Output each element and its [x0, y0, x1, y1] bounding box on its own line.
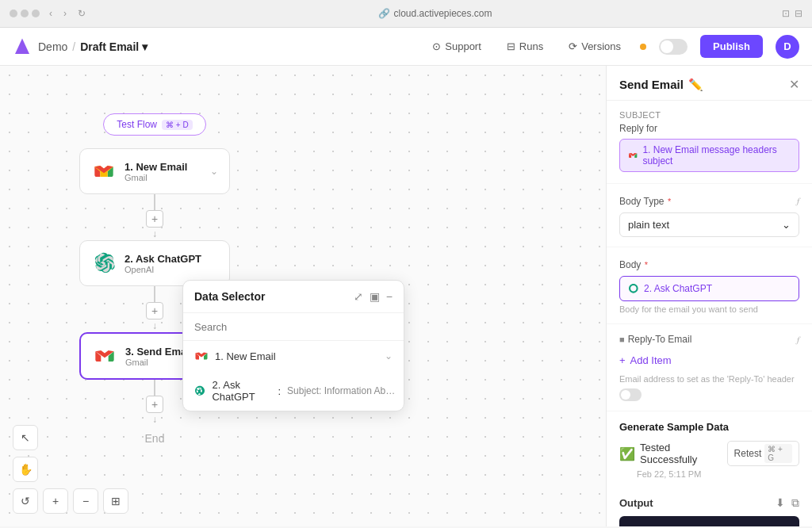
canvas-toolbar: ↖ ✋ ↺ + − ⊞ [13, 425, 128, 514]
node-1-title: 1. New Email [124, 161, 202, 173]
reply-to-toggle[interactable] [619, 388, 642, 401]
download-icon[interactable]: ⬇ [776, 496, 785, 510]
app-header: Demo / Draft Email ▾ ⊙ Support ⊟ Runs ⟳ … [0, 28, 812, 66]
add-item-button[interactable]: + Add Item [619, 350, 799, 371]
node-2-subtitle: OpenAI [124, 265, 218, 274]
gmail-icon-1 [91, 159, 117, 184]
data-selector-title: Data Selector [194, 290, 265, 303]
generate-sample-section: Generate Sample Data ✅ Tested Successful… [607, 411, 812, 488]
body-required: * [645, 260, 648, 270]
item-2-separator: : [278, 385, 281, 397]
browser-dots [10, 10, 40, 17]
refresh-button[interactable]: ↺ [13, 488, 38, 514]
search-input[interactable] [194, 321, 393, 333]
reply-for-row: Reply for [619, 123, 799, 134]
body-type-select[interactable]: plain text ⌄ [619, 212, 799, 237]
output-label: Output [619, 497, 653, 509]
data-selector-search[interactable] [183, 313, 404, 341]
zoom-in-button[interactable]: + [43, 488, 68, 514]
versions-button[interactable]: ⟳ Versions [562, 37, 627, 55]
retest-shortcut: ⌘ + G [764, 444, 792, 463]
publish-button[interactable]: Publish [700, 35, 763, 58]
browser-url-bar[interactable]: 🔗 cloud.activepieces.com [95, 8, 776, 19]
subject-label: Subject [619, 110, 799, 120]
output-actions: ⬇ ⧉ [776, 496, 799, 510]
success-icon: ✅ [619, 446, 635, 461]
right-panel-header: Send Email ✏️ ✕ [607, 66, 812, 101]
fit-button[interactable]: ⊞ [103, 488, 128, 514]
avatar[interactable]: D [776, 35, 799, 59]
connector-arrow-1: ↓ [152, 229, 157, 239]
toggle-icon-small: ■ [619, 335, 625, 344]
connector-line-2 [154, 286, 155, 302]
subject-section: Subject Reply for 1. New Email message h… [607, 101, 812, 184]
add-item-plus-icon: + [619, 354, 626, 366]
zoom-out-button[interactable]: − [73, 488, 98, 514]
add-step-1-button[interactable]: + [146, 210, 163, 228]
hand-tool-button[interactable]: ✋ [13, 457, 38, 482]
connector-line-3 [154, 380, 155, 396]
gmail-icon-ds-1 [194, 349, 209, 363]
breadcrumb-brand[interactable]: Demo [38, 40, 67, 53]
edit-icon[interactable]: ✏️ [688, 78, 703, 92]
browser-dot-2 [21, 10, 29, 17]
breadcrumb-sep: / [72, 40, 75, 53]
retest-button[interactable]: Retest ⌘ + G [727, 441, 799, 466]
generate-sample-title: Generate Sample Data [619, 421, 799, 433]
browser-actions: ⊡ ⊟ [782, 8, 802, 19]
breadcrumb-current[interactable]: Draft Email ▾ [80, 40, 147, 53]
connector-line-1 [154, 194, 155, 210]
data-selector-actions: ⤢ ▣ − [354, 290, 393, 303]
reply-for-value-tag[interactable]: 1. New Email message headers subject [619, 139, 799, 172]
browser-action-2[interactable]: ⊟ [795, 8, 802, 19]
breadcrumb: Demo / Draft Email ▾ [38, 40, 147, 53]
openai-icon-2 [91, 251, 117, 276]
connector-3: + ↓ [146, 380, 163, 426]
url-link-icon: 🔗 [378, 8, 390, 19]
body-type-required: * [668, 197, 671, 206]
body-label-row: Body * [619, 257, 799, 271]
nav-back-icon[interactable]: ‹ [46, 6, 56, 21]
test-flow-button[interactable]: Test Flow ⌘ + D [103, 113, 205, 136]
reply-to-info-icon[interactable]: 𝑓 [797, 335, 799, 345]
copy-icon[interactable]: ⧉ [791, 496, 799, 510]
body-type-info-icon[interactable]: 𝑓 [797, 196, 799, 206]
url-text: cloud.activepieces.com [393, 8, 492, 19]
flow-node-1[interactable]: 1. New Email Gmail ⌄ [79, 148, 230, 194]
browser-action-1[interactable]: ⊡ [782, 8, 790, 19]
test-flow-label: Test Flow [117, 119, 157, 130]
output-section: Output ⬇ ⧉ ▾ { 6 items ▾ config : { 9 it… [607, 488, 812, 526]
app-logo [13, 37, 32, 56]
chevron-down-icon: ▾ [142, 40, 147, 53]
browser-dot-1 [10, 10, 17, 17]
nav-forward-icon[interactable]: › [60, 6, 70, 21]
reply-to-toggle-thumb [621, 390, 630, 400]
runs-button[interactable]: ⊟ Runs [500, 37, 550, 55]
add-step-3-button[interactable]: + [146, 396, 163, 413]
body-help: Body for the email you want to send [619, 304, 799, 314]
body-label-wrap: Body * [619, 257, 648, 271]
support-button[interactable]: ⊙ Support [426, 37, 488, 55]
close-data-selector-button[interactable]: − [386, 290, 393, 303]
canvas[interactable]: Test Flow ⌘ + D 1. N [0, 66, 606, 526]
body-label: Body [619, 259, 641, 270]
toggle-thumb [661, 40, 673, 53]
data-selector-item-2[interactable]: 2. Ask ChatGPT : Subject: Information Ab… [183, 371, 404, 411]
item-1-label: 1. New Email [215, 350, 276, 362]
select-tool-button[interactable]: ↖ [13, 425, 38, 450]
browser-nav[interactable]: ‹ › ↻ [46, 6, 89, 21]
body-value-field[interactable]: 2. Ask ChatGPT [619, 276, 799, 301]
columns-icon[interactable]: ▣ [370, 290, 380, 303]
body-type-value: plain text [628, 219, 669, 231]
openai-icon-ds-2 [194, 384, 205, 398]
add-step-2-button[interactable]: + [146, 302, 163, 319]
gmail-icon-3 [92, 343, 117, 369]
toggle-switch[interactable] [659, 39, 688, 55]
output-code-block: ▾ { 6 items ▾ config : { 9 items url : "… [619, 516, 799, 526]
nav-refresh-icon[interactable]: ↻ [75, 6, 89, 21]
data-selector-item-1[interactable]: 1. New Email ⌄ [183, 341, 404, 371]
close-panel-button[interactable]: ✕ [789, 77, 799, 92]
data-selector-header: Data Selector ⤢ ▣ − [183, 281, 404, 313]
expand-icon[interactable]: ⤢ [354, 290, 363, 303]
reply-to-toggle-row [619, 388, 799, 401]
